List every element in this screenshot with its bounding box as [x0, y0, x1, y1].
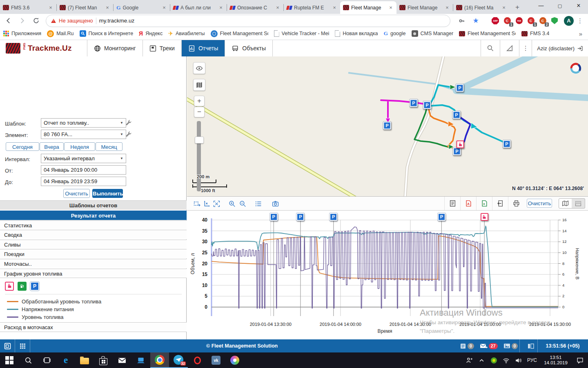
- key-icon[interactable]: [456, 15, 468, 27]
- extension-button[interactable]: C1: [526, 16, 535, 25]
- layers-eye-button[interactable]: [193, 62, 205, 74]
- taskbar-krita-icon[interactable]: [225, 352, 244, 368]
- header-menu-dots[interactable]: ⋮: [519, 40, 532, 56]
- chart-fuel-marker[interactable]: [481, 213, 488, 221]
- taskbar-pc-icon[interactable]: [131, 352, 150, 368]
- fuel-chart[interactable]: 051015202530354002468101214162019-01-04 …: [187, 211, 588, 339]
- sidebar-section[interactable]: Статистика: [0, 220, 187, 230]
- reload-button[interactable]: [30, 15, 42, 27]
- fit-icon[interactable]: [212, 199, 221, 209]
- tab-close-icon[interactable]: ×: [501, 5, 507, 10]
- quick-range-0[interactable]: Сегодня: [6, 142, 39, 151]
- parking-marker[interactable]: P: [383, 122, 391, 130]
- measure-button[interactable]: [500, 40, 519, 56]
- taskbar-telegram-icon[interactable]: 32: [169, 352, 188, 368]
- from-input[interactable]: 04 Январь 2019 00:00: [41, 165, 126, 175]
- forward-button[interactable]: [16, 15, 28, 27]
- quick-range-3[interactable]: Месяц: [96, 142, 122, 151]
- tab-close-icon[interactable]: ×: [332, 5, 337, 10]
- extension-button[interactable]: [550, 16, 559, 25]
- browser-tab[interactable]: (16) Fleet Ma ×: [453, 1, 510, 14]
- print-button[interactable]: [508, 197, 524, 210]
- browser-tab[interactable]: (7) Fleet Man ×: [57, 1, 113, 14]
- chart-parking-marker[interactable]: P: [296, 213, 304, 221]
- people-icon[interactable]: [463, 357, 475, 364]
- footer-mail-button[interactable]: 27: [480, 343, 498, 349]
- browser-tab[interactable]: Ruptela FM Е ×: [284, 1, 340, 14]
- browser-tab[interactable]: FMS 3.6 ×: [0, 1, 56, 14]
- bookmark-item[interactable]: Fleet Management So: [211, 30, 268, 37]
- sidebar-section[interactable]: Шаблоны отчетов: [0, 200, 187, 210]
- footer-panel-button[interactable]: [523, 339, 538, 352]
- fuel-event-marker[interactable]: [457, 141, 464, 148]
- volume-icon[interactable]: [512, 357, 524, 364]
- tab-close-icon[interactable]: ×: [388, 5, 394, 10]
- close-window-button[interactable]: ×: [569, 0, 588, 12]
- quick-range-2[interactable]: Неделя: [64, 142, 95, 151]
- maximize-button[interactable]: ▢: [550, 0, 569, 12]
- zoom-slider-track[interactable]: [197, 121, 201, 191]
- bookmark-item[interactable]: CMS Manager: [412, 30, 454, 37]
- zoom-slider-handle[interactable]: [195, 137, 204, 144]
- fuel-marker-button[interactable]: [5, 282, 14, 291]
- snapshot-icon[interactable]: [270, 199, 280, 209]
- export-button[interactable]: [492, 197, 508, 210]
- minimize-button[interactable]: —: [532, 0, 550, 12]
- pdf-button[interactable]: A: [460, 197, 477, 210]
- bookmark-item[interactable]: Новая вкладка: [335, 30, 378, 37]
- tab-close-icon[interactable]: ×: [105, 5, 110, 10]
- address-bar[interactable]: Не защищено my.trackme.uz: [46, 15, 450, 27]
- quick-range-1[interactable]: Вчера: [40, 142, 64, 151]
- footer-window-button[interactable]: [0, 339, 15, 352]
- sidebar-section[interactable]: Сводка: [0, 230, 187, 239]
- taskbar-mail-icon[interactable]: [113, 352, 131, 368]
- parking-marker-button[interactable]: P: [30, 282, 39, 291]
- zoom-out-button[interactable]: −: [194, 107, 205, 117]
- url-text[interactable]: my.trackme.uz: [99, 18, 135, 24]
- template-wrench-icon[interactable]: [125, 119, 131, 126]
- parking-marker[interactable]: P: [410, 99, 418, 107]
- table-view-toggle[interactable]: [572, 198, 585, 209]
- user-menu[interactable]: Aziz (disclaster): [532, 40, 588, 56]
- excel-button[interactable]: x: [476, 197, 492, 210]
- browser-tab[interactable]: Опознание С ×: [227, 1, 283, 14]
- browser-tab[interactable]: Fleet Manage ×: [340, 1, 396, 14]
- template-select[interactable]: Отчет по топливу..: [41, 118, 126, 128]
- parking-marker[interactable]: P: [456, 84, 464, 92]
- tray-chevron-icon[interactable]: [475, 358, 488, 363]
- search-button[interactable]: [481, 40, 500, 56]
- report-doc-button[interactable]: [444, 197, 461, 210]
- taskbar-start-icon[interactable]: [0, 352, 19, 368]
- browser-tab[interactable]: Fleet Manage ×: [396, 1, 453, 14]
- sidebar-section[interactable]: Сливы: [0, 240, 187, 249]
- tab-close-icon[interactable]: ×: [161, 5, 167, 10]
- taskbar-edge-icon[interactable]: e: [56, 352, 75, 368]
- map-view-toggle[interactable]: [559, 198, 572, 209]
- nav-report[interactable]: Отчеты: [181, 40, 225, 56]
- pump-marker-button[interactable]: [18, 282, 27, 291]
- sidebar-section[interactable]: Результат отчета: [0, 211, 187, 220]
- taskbar-chrome-icon[interactable]: [150, 352, 169, 368]
- element-select[interactable]: 80 760 FA...: [41, 130, 126, 139]
- app-logo[interactable]: FMS Trackme.Uz: [0, 40, 87, 56]
- clear-button[interactable]: Очистить: [63, 189, 90, 198]
- back-button[interactable]: [2, 15, 14, 27]
- nav-truck[interactable]: Объекты: [225, 40, 273, 56]
- legend-list-icon[interactable]: [253, 199, 263, 209]
- basemap-button[interactable]: [193, 79, 205, 91]
- avatar[interactable]: A: [564, 16, 574, 26]
- footer-grid-button[interactable]: [15, 339, 30, 352]
- sidebar-section[interactable]: Поездки: [0, 249, 187, 258]
- zoom-out-icon[interactable]: [238, 199, 247, 209]
- nav-globe[interactable]: Мониторинг: [87, 40, 143, 56]
- bookmark-star-icon[interactable]: ★: [470, 15, 481, 27]
- tab-close-icon[interactable]: ×: [48, 5, 53, 10]
- taskbar-taskview-icon[interactable]: [38, 352, 56, 368]
- taskbar-opera-icon[interactable]: [188, 352, 207, 368]
- axis-zoom-icon[interactable]: [202, 199, 212, 209]
- extension-button[interactable]: C2: [538, 16, 547, 25]
- notification-center-icon[interactable]: [572, 357, 588, 364]
- new-tab-button[interactable]: +: [512, 2, 523, 13]
- wifi-icon[interactable]: [500, 357, 512, 364]
- bookmark-item[interactable]: ✈Авиабилеты: [168, 30, 205, 37]
